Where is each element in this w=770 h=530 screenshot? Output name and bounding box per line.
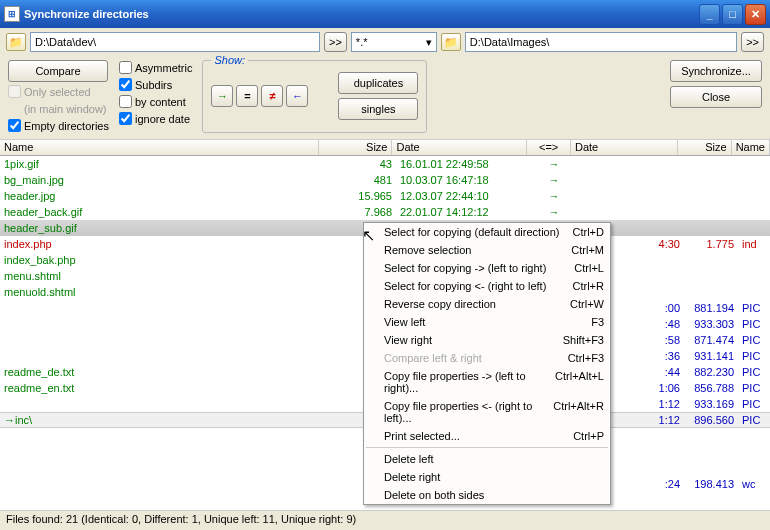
- file-row[interactable]: 1pix.gif4316.01.01 22:49:58→: [0, 156, 770, 172]
- chevron-down-icon: ▾: [426, 36, 432, 49]
- file-row-right[interactable]: :48933.303PIC: [614, 316, 770, 332]
- left-ff-button[interactable]: >>: [324, 32, 347, 52]
- ignoredate-check[interactable]: ignore date: [119, 111, 192, 126]
- folder-right-icon[interactable]: 📁: [441, 33, 461, 51]
- menu-item[interactable]: Select for copying -> (left to right)Ctr…: [364, 259, 610, 277]
- file-row[interactable]: bg_main.jpg48110.03.07 16:47:18→: [0, 172, 770, 188]
- minimize-button[interactable]: _: [699, 4, 720, 25]
- file-row-right[interactable]: :44882.230PIC: [614, 364, 770, 380]
- only-selected-check: Only selected: [8, 84, 109, 99]
- col-date-right[interactable]: Date: [571, 140, 678, 155]
- menu-item[interactable]: Delete right: [364, 468, 610, 486]
- col-date-left[interactable]: Date: [392, 140, 527, 155]
- window-title: Synchronize directories: [24, 8, 699, 20]
- menu-item[interactable]: View leftF3: [364, 313, 610, 331]
- empty-dirs-check[interactable]: Empty directories: [8, 118, 109, 133]
- menu-item[interactable]: Delete on both sides: [364, 486, 610, 504]
- bycontent-check[interactable]: by content: [119, 94, 192, 109]
- file-row-right[interactable]: 1:06856.788PIC: [614, 380, 770, 396]
- col-name-left[interactable]: Name: [0, 140, 319, 155]
- menu-item[interactable]: Remove selectionCtrl+M: [364, 241, 610, 259]
- menu-item[interactable]: Copy file properties -> (left to right).…: [364, 367, 610, 397]
- col-size-right[interactable]: Size: [678, 140, 732, 155]
- show-label: Show:: [211, 54, 248, 66]
- file-row-right[interactable]: :24198.413wc: [614, 476, 770, 492]
- singles-button[interactable]: singles: [338, 98, 418, 120]
- filter-combo[interactable]: *.*▾: [351, 32, 437, 52]
- menu-item[interactable]: Select for copying <- (right to left)Ctr…: [364, 277, 610, 295]
- show-notequal-button[interactable]: ≠: [261, 85, 283, 107]
- menu-item[interactable]: Select for copying (default direction)Ct…: [364, 223, 610, 241]
- menu-item[interactable]: Print selected...Ctrl+P: [364, 427, 610, 445]
- file-row-right[interactable]: :00881.194PIC: [614, 300, 770, 316]
- left-path-input[interactable]: D:\Data\dev\: [30, 32, 320, 52]
- controls-area: Compare Only selected (in main window) E…: [0, 56, 770, 139]
- show-group: Show: → = ≠ ← duplicates singles: [202, 60, 427, 133]
- context-menu: Select for copying (default direction)Ct…: [363, 222, 611, 505]
- maximize-button[interactable]: □: [722, 4, 743, 25]
- duplicates-button[interactable]: duplicates: [338, 72, 418, 94]
- file-row-right[interactable]: 1:12896.560PIC: [614, 412, 770, 428]
- cursor-icon: ↖: [362, 226, 375, 245]
- show-right-arrow-button[interactable]: →: [211, 85, 233, 107]
- menu-item[interactable]: Copy file properties <- (right to left).…: [364, 397, 610, 427]
- compare-button[interactable]: Compare: [8, 60, 108, 82]
- right-ff-button[interactable]: >>: [741, 32, 764, 52]
- menu-item[interactable]: Reverse copy directionCtrl+W: [364, 295, 610, 313]
- show-equal-button[interactable]: =: [236, 85, 258, 107]
- asymmetric-check[interactable]: Asymmetric: [119, 60, 192, 75]
- file-row-right[interactable]: [614, 268, 770, 284]
- file-row-right[interactable]: :36931.141PIC: [614, 348, 770, 364]
- col-direction[interactable]: <=>: [527, 140, 571, 155]
- col-name-right[interactable]: Name: [732, 140, 770, 155]
- file-row[interactable]: header_back.gif7.96822.01.07 14:12:12→: [0, 204, 770, 220]
- subdirs-check[interactable]: Subdirs: [119, 77, 192, 92]
- file-row-right[interactable]: 1:12933.169PIC: [614, 396, 770, 412]
- synchronize-button[interactable]: Synchronize...: [670, 60, 762, 82]
- file-row-right[interactable]: 4:301.775ind: [614, 236, 770, 252]
- show-left-arrow-button[interactable]: ←: [286, 85, 308, 107]
- list-header: Name Size Date <=> Date Size Name: [0, 139, 770, 156]
- statusbar: Files found: 21 (Identical: 0, Different…: [0, 510, 770, 530]
- app-icon: ⊞: [4, 6, 20, 22]
- close-button[interactable]: ✕: [745, 4, 766, 25]
- menu-item: Compare left & rightCtrl+F3: [364, 349, 610, 367]
- menu-item[interactable]: Delete left: [364, 450, 610, 468]
- file-row-right[interactable]: [614, 284, 770, 300]
- path-toolbar: 📁 D:\Data\dev\ >> *.*▾ 📁 D:\Data\Images\…: [0, 28, 770, 56]
- close-dialog-button[interactable]: Close: [670, 86, 762, 108]
- col-size-left[interactable]: Size: [319, 140, 392, 155]
- file-row-right[interactable]: :58871.474PIC: [614, 332, 770, 348]
- file-row[interactable]: header.jpg15.96512.03.07 22:44:10→: [0, 188, 770, 204]
- folder-left-icon[interactable]: 📁: [6, 33, 26, 51]
- right-path-input[interactable]: D:\Data\Images\: [465, 32, 737, 52]
- menu-item[interactable]: View rightShift+F3: [364, 331, 610, 349]
- menu-separator: [366, 447, 608, 448]
- file-row-right[interactable]: [614, 252, 770, 268]
- main-window-label: (in main window): [8, 101, 109, 116]
- titlebar: ⊞ Synchronize directories _ □ ✕: [0, 0, 770, 28]
